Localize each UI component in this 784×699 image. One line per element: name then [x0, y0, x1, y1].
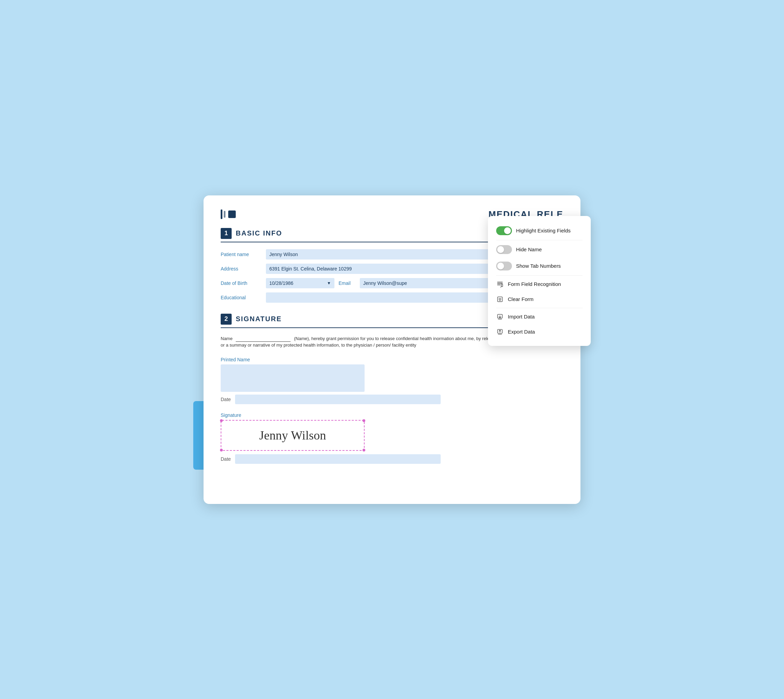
highlight-toggle[interactable]	[496, 226, 512, 235]
dob-dropdown-arrow: ▼	[327, 281, 331, 286]
divider-2	[496, 275, 582, 276]
printed-name-section: Printed Name Date	[221, 357, 563, 404]
export-data-icon	[496, 328, 504, 336]
hide-name-label: Hide Name	[516, 247, 542, 252]
signature-box-section: Signature Jenny Wilson Date	[221, 412, 563, 464]
section-number-1: 1	[221, 228, 232, 239]
doc-logo	[221, 209, 236, 219]
date-row-2: Date	[221, 454, 563, 464]
highlight-label: Highlight Existing Fields	[516, 228, 571, 234]
date-row-1: Date	[221, 394, 563, 404]
toggle-knob	[504, 227, 511, 234]
date-field-2[interactable]	[235, 454, 441, 464]
logo-bar-2	[224, 211, 225, 218]
toggle-knob-2	[497, 246, 504, 253]
svg-rect-0	[497, 282, 503, 282]
clear-form-item[interactable]: Clear Form	[496, 292, 582, 306]
svg-rect-5	[499, 298, 501, 299]
signature-label: Signature	[221, 412, 563, 418]
hide-name-item[interactable]: Hide Name	[496, 242, 582, 257]
show-tab-label: Show Tab Numbers	[516, 263, 561, 269]
name-underline	[236, 335, 291, 342]
patient-name-label: Patient name	[221, 252, 262, 257]
outer-container: Highlight Existing Fields Hide Name Show…	[203, 195, 581, 504]
printed-name-box[interactable]	[221, 364, 365, 392]
import-data-icon	[496, 313, 504, 321]
dob-label: Date of Birth	[221, 280, 262, 286]
highlight-fields-item[interactable]: Highlight Existing Fields	[496, 223, 582, 239]
sig-corner-br	[362, 449, 365, 452]
svg-rect-3	[501, 284, 503, 287]
date-label-2: Date	[221, 456, 231, 462]
address-label: Address	[221, 266, 262, 272]
import-data-label: Import Data	[508, 314, 534, 320]
signature-cursive-value: Jenny Wilson	[260, 428, 326, 442]
section-title-2: SIGNATURE	[236, 315, 282, 323]
dropdown-panel: Highlight Existing Fields Hide Name Show…	[488, 216, 591, 346]
dob-field[interactable]: 10/28/1986 ▼	[266, 278, 334, 288]
printed-name-label: Printed Name	[221, 357, 563, 362]
export-data-item[interactable]: Export Data	[496, 325, 582, 339]
name-label-inline: Name	[221, 336, 233, 341]
logo-bar-3	[228, 210, 236, 218]
signature-box[interactable]: Jenny Wilson	[221, 420, 365, 451]
import-data-item[interactable]: Import Data	[496, 310, 582, 324]
educational-label: Educational	[221, 295, 262, 300]
logo-bar-1	[221, 209, 222, 219]
sig-corner-tl	[220, 419, 223, 422]
form-field-label: Form Field Recognition	[508, 281, 561, 287]
section-number-2: 2	[221, 314, 232, 325]
svg-rect-1	[497, 283, 503, 284]
export-data-label: Export Data	[508, 329, 535, 335]
svg-rect-2	[497, 285, 501, 285]
left-strip	[193, 401, 203, 470]
email-label: Email	[339, 280, 356, 286]
show-tab-item[interactable]: Show Tab Numbers	[496, 258, 582, 274]
clear-form-label: Clear Form	[508, 296, 534, 302]
hide-name-toggle[interactable]	[496, 245, 512, 254]
section-title-1: BASIC INFO	[236, 229, 282, 237]
date-field-1[interactable]	[235, 394, 441, 404]
show-tab-toggle[interactable]	[496, 262, 512, 270]
toggle-knob-3	[497, 263, 504, 270]
svg-rect-6	[499, 299, 501, 300]
form-field-icon	[496, 280, 504, 288]
form-field-item[interactable]: Form Field Recognition	[496, 277, 582, 292]
divider-1	[496, 240, 582, 240]
dob-value: 10/28/1986	[269, 280, 293, 286]
date-label-1: Date	[221, 397, 231, 402]
sig-corner-bl	[220, 449, 223, 452]
clear-form-icon	[496, 295, 504, 303]
sig-corner-tr	[362, 419, 365, 422]
